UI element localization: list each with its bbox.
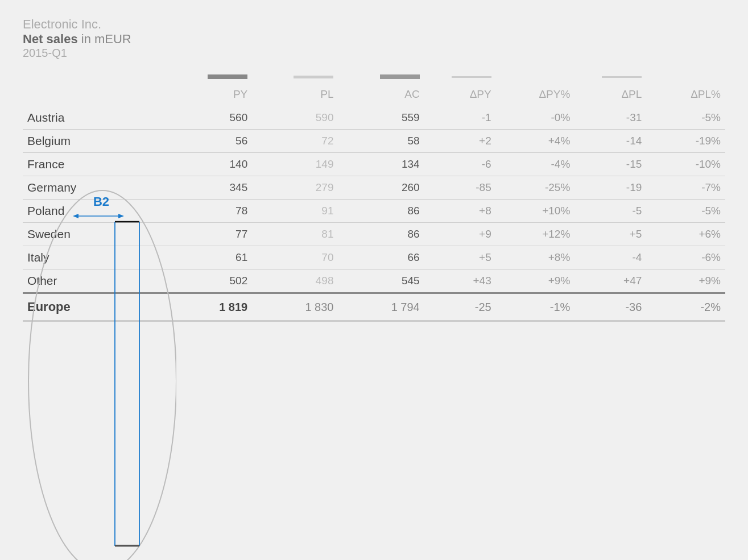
col-header-pl-bar (252, 71, 338, 85)
cell-dpl: -14 (575, 130, 646, 153)
cell-pl: 498 (252, 269, 338, 293)
table-row: Italy617066+5+8%-4-6% (23, 246, 725, 269)
cell-dpy: +5 (424, 246, 496, 269)
data-table: PY PL AC ΔPY ΔPY% ΔPL ΔPL% Austria560590… (23, 71, 725, 322)
col-header-py-bar (166, 71, 252, 85)
report-header: Electronic Inc. Net sales in mEUR 2015-Q… (23, 17, 725, 60)
footer-row: Europe 1 819 1 830 1 794 -25 -1% -36 -2% (23, 293, 725, 321)
cell-dplp: +9% (646, 269, 725, 293)
column-label-row: PY PL AC ΔPY ΔPY% ΔPL ΔPL% (23, 85, 725, 106)
footer-ac: 1 794 (338, 293, 424, 321)
cell-py: 345 (166, 176, 252, 200)
cell-ac: 58 (338, 130, 424, 153)
cell-pl: 72 (252, 130, 338, 153)
cell-country: Belgium (23, 130, 166, 153)
cell-country: Austria (23, 106, 166, 130)
cell-dpy: +9 (424, 223, 496, 246)
col-header-dpyp-bar (496, 71, 575, 85)
cell-pl: 590 (252, 106, 338, 130)
cell-dpy: -1 (424, 106, 496, 130)
cell-pl: 70 (252, 246, 338, 269)
col-label-dpy: ΔPY (424, 85, 496, 106)
cell-pl: 279 (252, 176, 338, 200)
cell-dpyp: +10% (496, 200, 575, 223)
col-header-dpl-bar (575, 71, 646, 85)
cell-py: 61 (166, 246, 252, 269)
footer-dpy: -25 (424, 293, 496, 321)
cell-dpl: -19 (575, 176, 646, 200)
column-bar-row (23, 71, 725, 85)
col-label-dpl: ΔPL (575, 85, 646, 106)
cell-py: 78 (166, 200, 252, 223)
footer-dpl: -36 (575, 293, 646, 321)
cell-dplp: -5% (646, 200, 725, 223)
cell-dplp: -19% (646, 130, 725, 153)
footer-py: 1 819 (166, 293, 252, 321)
footer-pl: 1 830 (252, 293, 338, 321)
cell-country: Sweden (23, 223, 166, 246)
cell-dpy: -85 (424, 176, 496, 200)
company-name: Electronic Inc. (23, 17, 725, 32)
cell-dpy: -6 (424, 153, 496, 176)
subtitle-bold: Net sales (23, 32, 78, 46)
cell-country: Poland (23, 200, 166, 223)
cell-py: 502 (166, 269, 252, 293)
cell-pl: 91 (252, 200, 338, 223)
table-row: Poland789186+8+10%-5-5% (23, 200, 725, 223)
table-row: Belgium567258+2+4%-14-19% (23, 130, 725, 153)
cell-pl: 149 (252, 153, 338, 176)
cell-dpyp: +4% (496, 130, 575, 153)
cell-dpl: +5 (575, 223, 646, 246)
cell-dpl: -31 (575, 106, 646, 130)
cell-ac: 86 (338, 223, 424, 246)
cell-dpyp: -4% (496, 153, 575, 176)
cell-dpyp: +9% (496, 269, 575, 293)
cell-dpyp: -0% (496, 106, 575, 130)
cell-dpl: -15 (575, 153, 646, 176)
col-label-country (23, 85, 166, 106)
cell-pl: 81 (252, 223, 338, 246)
cell-dpyp: +12% (496, 223, 575, 246)
cell-dpy: +8 (424, 200, 496, 223)
cell-py: 56 (166, 130, 252, 153)
cell-ac: 86 (338, 200, 424, 223)
subtitle-rest: in mEUR (78, 32, 131, 46)
table-row: Sweden778186+9+12%+5+6% (23, 223, 725, 246)
cell-country: Italy (23, 246, 166, 269)
cell-country: Germany (23, 176, 166, 200)
cell-country: France (23, 153, 166, 176)
col-label-pl: PL (252, 85, 338, 106)
col-label-py: PY (166, 85, 252, 106)
cell-py: 560 (166, 106, 252, 130)
col-header-dplp-bar (646, 71, 725, 85)
dpy-bar-indicator (452, 76, 491, 78)
cell-dplp: -5% (646, 106, 725, 130)
cell-ac: 260 (338, 176, 424, 200)
col-label-ac: AC (338, 85, 424, 106)
pl-bar-indicator (294, 76, 333, 78)
cell-dpy: +2 (424, 130, 496, 153)
table-footer: Europe 1 819 1 830 1 794 -25 -1% -36 -2% (23, 293, 725, 321)
footer-dpyp: -1% (496, 293, 575, 321)
ac-bar-indicator (380, 74, 420, 79)
col-header-ac-bar (338, 71, 424, 85)
footer-country: Europe (23, 293, 166, 321)
cell-dplp: -7% (646, 176, 725, 200)
cell-dpyp: -25% (496, 176, 575, 200)
cell-dpyp: +8% (496, 246, 575, 269)
cell-py: 77 (166, 223, 252, 246)
report-period: 2015-Q1 (23, 47, 725, 60)
col-label-dpyp: ΔPY% (496, 85, 575, 106)
table-row: Germany345279260-85-25%-19-7% (23, 176, 725, 200)
table-body: Austria560590559-1-0%-31-5%Belgium567258… (23, 106, 725, 293)
cell-dpy: +43 (424, 269, 496, 293)
col-header-country (23, 71, 166, 85)
table-row: France140149134-6-4%-15-10% (23, 153, 725, 176)
cell-ac: 66 (338, 246, 424, 269)
cell-ac: 134 (338, 153, 424, 176)
cell-dplp: -6% (646, 246, 725, 269)
cell-ac: 559 (338, 106, 424, 130)
table-row: Austria560590559-1-0%-31-5% (23, 106, 725, 130)
footer-dplp: -2% (646, 293, 725, 321)
dpl-bar-indicator (602, 76, 642, 78)
